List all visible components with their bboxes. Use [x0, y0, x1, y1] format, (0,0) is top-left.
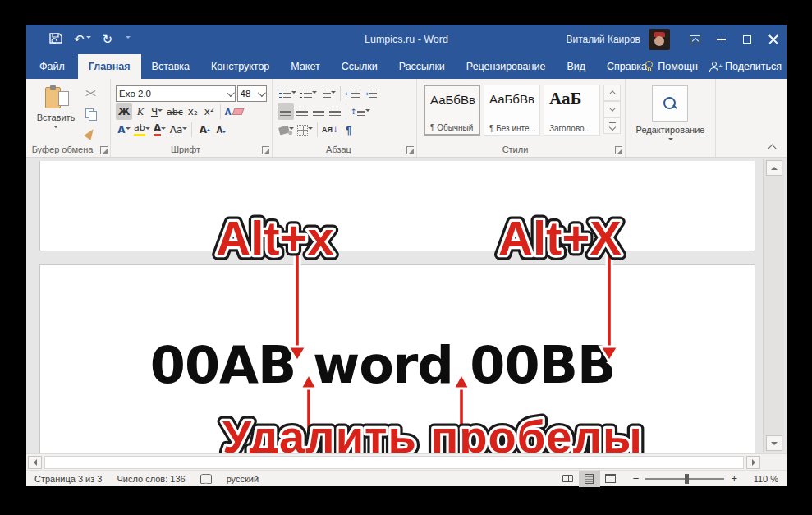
line-spacing-button[interactable]: ↕ — [349, 103, 372, 120]
align-right-icon — [313, 108, 324, 116]
align-center-button[interactable] — [294, 103, 310, 120]
minimize-button[interactable] — [708, 25, 734, 54]
tab-references[interactable]: Ссылки — [331, 54, 388, 79]
print-layout-button[interactable] — [579, 471, 600, 487]
tab-review[interactable]: Рецензирование — [456, 54, 557, 79]
undo-button[interactable]: ↶ — [74, 32, 91, 47]
redo-button[interactable]: ↻ — [103, 32, 113, 47]
font-size-combo[interactable]: 48 — [237, 85, 267, 102]
zoom-out-button[interactable]: − — [633, 473, 640, 484]
maximize-icon — [743, 35, 751, 44]
bullets-button[interactable] — [278, 85, 298, 102]
borders-button[interactable] — [296, 122, 314, 138]
decrease-indent-button[interactable]: ← — [343, 85, 361, 102]
styles-scroll-up-button[interactable] — [603, 85, 621, 101]
multilevel-list-button[interactable] — [319, 85, 337, 102]
horizontal-scroll-track[interactable] — [44, 456, 744, 469]
proofing-icon[interactable] — [200, 474, 212, 483]
editing-dropdown-icon[interactable] — [668, 138, 673, 143]
sort-button[interactable]: АЯ↓ — [320, 122, 341, 138]
tab-home[interactable]: Главная — [78, 54, 141, 79]
page-3-bottom[interactable] — [39, 161, 755, 251]
shrink-font-button[interactable]: А — [211, 122, 227, 138]
paste-button[interactable]: Вставить — [34, 85, 77, 132]
status-bar: Страница 3 из 3 Число слов: 136 русский … — [26, 470, 787, 486]
document-area[interactable]: 00AB word 00BB — [26, 158, 787, 470]
language-indicator[interactable]: русский — [227, 474, 259, 484]
show-paragraph-marks-button[interactable]: ¶ — [341, 122, 357, 138]
bullet-list-icon — [279, 90, 282, 98]
underline-button[interactable]: Ч — [149, 103, 165, 120]
customize-qat-button[interactable] — [124, 32, 131, 47]
format-painter-button[interactable] — [82, 125, 99, 141]
italic-button[interactable]: К — [132, 103, 149, 120]
style-heading[interactable]: АаБ Заголово... — [544, 85, 600, 136]
close-button[interactable] — [760, 25, 787, 54]
undo-dropdown-icon[interactable] — [86, 36, 91, 41]
zoom-slider[interactable] — [645, 478, 724, 480]
page-indicator[interactable]: Страница 3 из 3 — [34, 474, 102, 484]
lightbulb-icon — [645, 61, 654, 72]
numbering-button[interactable] — [298, 85, 319, 102]
text-effects-button[interactable]: А — [116, 122, 132, 138]
paste-dropdown-icon[interactable] — [53, 126, 58, 131]
font-color-button[interactable]: А — [152, 122, 168, 138]
style-no-spacing[interactable]: АаБбВв ¶ Без инте... — [484, 85, 540, 136]
assistant-button[interactable]: Помощн — [645, 61, 698, 72]
editing-button[interactable] — [652, 85, 688, 122]
superscript-button[interactable]: x² — [201, 103, 218, 120]
scroll-right-button[interactable] — [746, 456, 760, 469]
scroll-down-button[interactable] — [766, 435, 782, 451]
ribbon-display-options-button[interactable] — [681, 25, 708, 54]
styles-scroll-down-button[interactable] — [603, 101, 621, 117]
tab-insert[interactable]: Вставка — [141, 54, 200, 79]
word-count[interactable]: Число слов: 136 — [117, 474, 185, 484]
editing-label: Редактирование — [626, 125, 715, 135]
tab-layout[interactable]: Макет — [280, 54, 330, 79]
horizontal-scrollbar[interactable] — [26, 453, 787, 470]
align-right-button[interactable] — [310, 103, 327, 120]
zoom-slider-handle[interactable] — [685, 474, 689, 484]
align-left-button[interactable] — [278, 103, 294, 120]
save-icon[interactable] — [49, 32, 62, 48]
maximize-button[interactable] — [734, 25, 760, 54]
vertical-scrollbar[interactable] — [763, 159, 784, 452]
zoom-in-button[interactable]: + — [731, 473, 737, 484]
tab-mailings[interactable]: Рассылки — [388, 54, 456, 79]
font-dialog-launcher[interactable] — [262, 146, 269, 154]
share-button[interactable]: + Поделиться — [709, 61, 782, 72]
grow-font-button[interactable]: А — [195, 122, 211, 138]
copy-button[interactable] — [82, 105, 99, 122]
bold-button[interactable]: Ж — [116, 103, 132, 120]
scroll-left-button[interactable] — [28, 456, 42, 469]
tab-design[interactable]: Конструктор — [200, 54, 280, 79]
tab-view[interactable]: Вид — [556, 54, 596, 79]
ribbon: Вставить Буфер обмена Exo 2.0 48 — [26, 79, 787, 158]
user-avatar[interactable] — [649, 29, 670, 50]
clipboard-dialog-launcher[interactable] — [100, 146, 108, 154]
read-mode-button[interactable] — [557, 471, 579, 487]
paragraph-dialog-launcher[interactable] — [406, 146, 414, 154]
styles-dialog-launcher[interactable] — [615, 146, 622, 154]
cut-button[interactable] — [82, 85, 99, 102]
change-case-button[interactable]: Аа — [168, 122, 190, 138]
font-name-combo[interactable]: Exo 2.0 — [116, 85, 236, 102]
tab-file[interactable]: Файл — [26, 54, 78, 79]
document-text[interactable]: 00AB word 00BB — [26, 340, 739, 391]
justify-button[interactable] — [327, 103, 343, 120]
subscript-button[interactable]: x₂ — [185, 103, 201, 120]
shading-button[interactable] — [278, 122, 296, 138]
increase-indent-button[interactable]: → — [361, 85, 379, 102]
collapse-ribbon-button[interactable] — [769, 144, 777, 151]
user-name[interactable]: Виталий Каиров — [566, 34, 640, 45]
web-layout-button[interactable] — [600, 471, 622, 487]
styles-gallery-more-button[interactable] — [603, 117, 621, 134]
zoom-level[interactable]: 110 % — [744, 474, 778, 484]
style-normal[interactable]: АаБбВв ¶ Обычный — [424, 85, 480, 136]
group-label-paragraph: Абзац — [273, 145, 405, 154]
highlight-button[interactable]: ab — [132, 122, 152, 138]
strikethrough-button[interactable]: abc — [165, 103, 185, 120]
underline-dropdown-icon[interactable] — [158, 109, 163, 114]
scroll-up-button[interactable] — [766, 160, 782, 176]
clear-formatting-button[interactable]: А — [223, 103, 245, 120]
